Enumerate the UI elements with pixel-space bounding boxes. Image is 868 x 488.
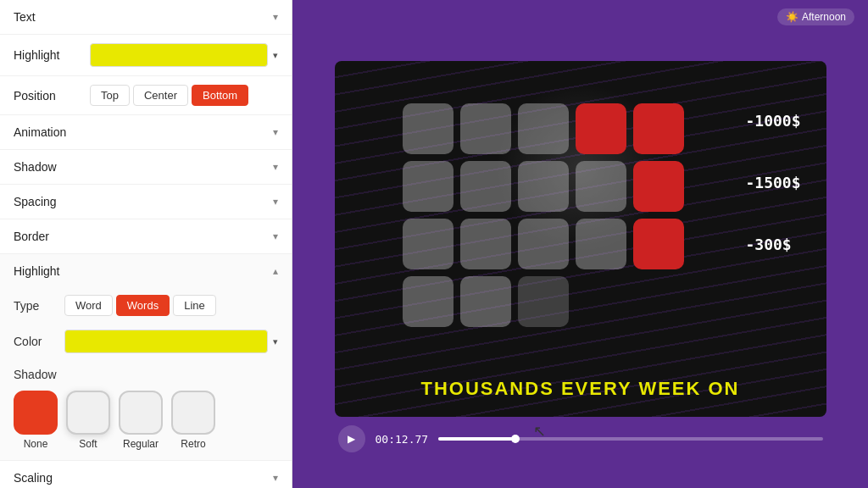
text-section[interactable]: Text ▾ [0, 0, 292, 35]
grid-cell [518, 276, 569, 327]
highlight-expanded-label: Highlight [14, 264, 59, 278]
time-display: 00:12.77 [376, 433, 429, 446]
shadow-retro-option[interactable]: Retro [171, 391, 215, 450]
highlight-expanded-section: Highlight ▴ Type Word Words Line Color ▾… [0, 254, 292, 461]
shadow-regular-option[interactable]: Regular [119, 391, 163, 450]
position-bottom-button[interactable]: Bottom [192, 85, 248, 106]
shadow-soft-box [66, 391, 110, 435]
position-row: Position Top Center Bottom [0, 76, 292, 115]
shadow-options: None Soft Regular Retro [0, 385, 292, 460]
shadow-regular-label: Regular [123, 438, 159, 450]
grid-cell [633, 161, 684, 212]
highlight-color-chevron[interactable]: ▾ [273, 50, 278, 61]
color-row: Color ▾ [0, 323, 292, 360]
type-line-button[interactable]: Line [173, 295, 216, 316]
text-label: Text [14, 10, 36, 24]
shadow-retro-box [171, 391, 215, 435]
right-top-bar: ☀️ Afternoon [777, 8, 854, 25]
shadow-options-label-row: Shadow [0, 360, 292, 385]
spacing-chevron: ▾ [273, 196, 278, 208]
grid-cell [403, 219, 453, 269]
scaling-section[interactable]: Scaling ▾ [0, 461, 292, 488]
grid-cell [460, 276, 511, 327]
grid-cell [576, 219, 626, 269]
shadow-none-option[interactable]: None [14, 391, 58, 450]
afternoon-badge: ☀️ Afternoon [777, 8, 854, 25]
dollar-labels: -1000$ -1500$ -300$ [745, 112, 800, 253]
type-buttons: Word Words Line [64, 295, 216, 316]
animation-section[interactable]: Animation ▾ [0, 115, 292, 150]
highlight-color-swatch[interactable] [90, 43, 268, 67]
video-container: -1000$ -1500$ -300$ THOUSANDS EVERY WEEK… [335, 61, 826, 417]
grid-cell-empty [633, 276, 684, 327]
position-buttons: Top Center Bottom [90, 85, 248, 106]
grid-cell [460, 103, 511, 154]
dollar-label-2: -1500$ [745, 174, 800, 191]
shadow-regular-box [119, 391, 163, 435]
sun-icon: ☀️ [786, 11, 798, 23]
shadow-options-label: Shadow [14, 368, 57, 381]
shadow-none-box [14, 391, 58, 435]
dollar-label-1: -1000$ [745, 112, 800, 130]
video-caption-text: THOUSANDS EVERY WEEK ON [335, 378, 826, 400]
dollar-label-3: -300$ [745, 236, 800, 253]
grid-cell [518, 161, 569, 212]
scaling-chevron: ▾ [273, 472, 278, 484]
type-words-button[interactable]: Words [116, 295, 170, 316]
highlight-color-label: Highlight [14, 48, 90, 62]
border-section[interactable]: Border ▾ [0, 219, 292, 254]
shadow-none-label: None [24, 438, 48, 450]
progress-fill [438, 437, 515, 441]
grid-cell [403, 103, 453, 154]
grid-cell [633, 103, 684, 154]
position-top-button[interactable]: Top [90, 85, 130, 106]
color-swatch-row: ▾ [64, 330, 278, 353]
shadow-chevron: ▾ [273, 161, 278, 173]
position-label: Position [14, 89, 90, 103]
grid-cell [633, 219, 684, 269]
position-center-button[interactable]: Center [133, 85, 188, 106]
grid-cell [576, 161, 626, 212]
progress-bar[interactable] [438, 437, 822, 441]
grid-cell [460, 161, 511, 212]
spacing-section[interactable]: Spacing ▾ [0, 185, 292, 219]
animation-chevron: ▾ [273, 126, 278, 138]
type-word-button[interactable]: Word [64, 295, 113, 316]
border-label: Border [14, 230, 49, 243]
grid-cell [403, 161, 453, 212]
type-label: Type [14, 299, 64, 313]
shadow-retro-label: Retro [181, 438, 205, 450]
color-swatch[interactable] [64, 330, 268, 353]
grid-cell [576, 103, 626, 154]
highlight-color-row: Highlight ▾ [0, 35, 292, 76]
grid-cell [518, 219, 569, 269]
spacing-label: Spacing [14, 195, 57, 208]
grid-cell [460, 219, 511, 269]
shadow-soft-option[interactable]: Soft [66, 391, 110, 450]
grid-cell [518, 103, 569, 154]
text-chevron: ▾ [273, 11, 278, 23]
progress-thumb [511, 435, 520, 443]
grid-cell [403, 276, 453, 327]
highlight-expanded-header[interactable]: Highlight ▴ [0, 254, 292, 288]
right-panel: ☀️ Afternoon [292, 0, 868, 488]
animation-label: Animation [14, 125, 66, 139]
border-chevron: ▾ [273, 230, 278, 242]
shadow-section[interactable]: Shadow ▾ [0, 150, 292, 185]
controls-bar: ▶ 00:12.77 [335, 425, 826, 452]
shadow-label: Shadow [14, 160, 57, 174]
grid-cell-empty [576, 276, 626, 327]
afternoon-label: Afternoon [802, 11, 846, 23]
shadow-soft-label: Soft [79, 438, 97, 450]
play-button[interactable]: ▶ [338, 425, 365, 452]
left-panel: Text ▾ Highlight ▾ Position Top Center B… [0, 0, 292, 488]
color-swatch-chevron[interactable]: ▾ [273, 336, 278, 347]
type-row: Type Word Words Line [0, 288, 292, 323]
color-label: Color [14, 335, 64, 348]
highlight-chevron-up: ▴ [273, 265, 278, 277]
scaling-label: Scaling [14, 471, 53, 485]
highlight-color-container: ▾ [90, 43, 278, 67]
grid-area [403, 103, 684, 327]
